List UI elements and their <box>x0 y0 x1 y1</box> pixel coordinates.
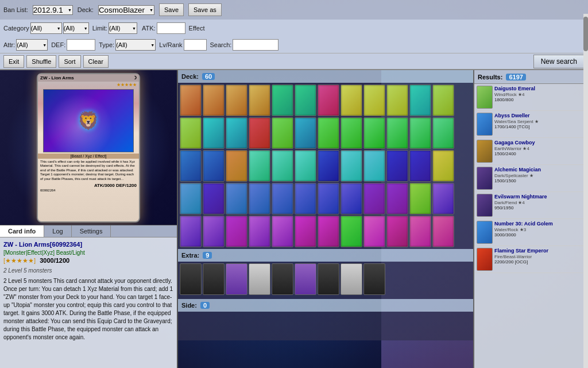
deck-card[interactable] <box>341 183 362 214</box>
deck-card[interactable] <box>386 117 408 149</box>
limit-select-wrap: (All)ForbiddenLimitedSemi-Limited <box>109 22 137 34</box>
deck-card[interactable] <box>386 183 408 214</box>
deck-label: Deck: <box>78 6 94 13</box>
extra-deck-card[interactable] <box>180 263 202 295</box>
deck-card[interactable] <box>386 85 408 116</box>
deck-card[interactable] <box>409 117 431 149</box>
deck-card[interactable] <box>318 183 339 214</box>
banlist-select[interactable]: 2012.9.1 2012.3.1 2011.9.1 <box>33 5 73 15</box>
deck-card[interactable] <box>409 183 431 214</box>
deck-card[interactable] <box>272 183 293 214</box>
deck-card[interactable] <box>295 183 316 214</box>
extra-deck-card[interactable] <box>341 263 362 295</box>
deck-card[interactable] <box>363 216 385 247</box>
deck-card[interactable] <box>226 150 247 182</box>
def-input[interactable] <box>67 39 95 51</box>
extra-deck-card[interactable] <box>272 263 293 295</box>
deck-card[interactable] <box>386 216 408 247</box>
deck-card[interactable] <box>432 117 454 149</box>
deck-card[interactable] <box>203 183 225 214</box>
deck-card[interactable] <box>363 183 385 214</box>
deck-card[interactable] <box>341 117 362 149</box>
deck-card[interactable] <box>341 85 362 116</box>
extra-deck-card[interactable] <box>249 263 270 295</box>
category-all-select[interactable]: (All) <box>63 22 89 34</box>
category-select[interactable]: (All)MonsterSpellTrap <box>30 22 62 34</box>
new-search-button[interactable]: New search <box>533 55 585 68</box>
extra-deck-card[interactable] <box>295 263 316 295</box>
deck-card[interactable] <box>249 117 270 149</box>
limit-select[interactable]: (All)ForbiddenLimitedSemi-Limited <box>109 22 137 34</box>
deck-card[interactable] <box>318 117 339 149</box>
deck-card[interactable] <box>409 150 431 182</box>
deck-card[interactable] <box>203 117 225 149</box>
result-item[interactable]: Gagaga CowboyEarth/Warrior ★41500/2400 <box>474 138 588 165</box>
deck-card[interactable] <box>409 216 431 247</box>
deck-card[interactable] <box>180 117 202 149</box>
deck-card[interactable] <box>341 150 362 182</box>
deck-card[interactable] <box>341 216 362 247</box>
deck-card[interactable] <box>432 216 454 247</box>
clear-button[interactable]: Clear <box>83 55 109 68</box>
deck-card[interactable] <box>295 85 316 116</box>
result-item[interactable]: Flaming Star EmperorFire/Beast-Warrior 2… <box>474 246 588 273</box>
tab-log[interactable]: Log <box>44 225 71 237</box>
deck-card[interactable] <box>226 85 247 116</box>
deck-card[interactable] <box>180 183 202 214</box>
deck-card[interactable] <box>203 85 225 116</box>
sort-button[interactable]: Sort <box>59 55 80 68</box>
deck-card[interactable] <box>272 85 293 116</box>
result-item[interactable]: Alchemic MagicianDark/Spellcaster ★1500/… <box>474 165 588 192</box>
deck-card[interactable] <box>363 117 385 149</box>
extra-deck-card[interactable] <box>363 263 385 295</box>
deck-card[interactable] <box>409 85 431 116</box>
deck-card[interactable] <box>203 216 225 247</box>
deck-card[interactable] <box>226 216 247 247</box>
result-item[interactable]: Evilswarm NightmareDark/Fiend ★4950/1950 <box>474 192 588 219</box>
tab-settings[interactable]: Settings <box>72 225 111 237</box>
deck-card[interactable] <box>363 85 385 116</box>
exit-button[interactable]: Exit <box>3 55 24 68</box>
type-select[interactable]: (All)WarriorSpellcasterDragon <box>115 39 156 51</box>
atk-input[interactable] <box>157 22 185 34</box>
deck-card[interactable] <box>318 85 339 116</box>
deck-card[interactable] <box>295 216 316 247</box>
deck-card[interactable] <box>363 150 385 182</box>
deck-card[interactable] <box>226 183 247 214</box>
deck-card[interactable] <box>249 183 270 214</box>
extra-deck-card[interactable] <box>318 263 339 295</box>
saveas-button[interactable]: Save as <box>188 3 222 16</box>
deck-card[interactable] <box>180 85 202 116</box>
lvrank-input[interactable] <box>184 39 207 51</box>
deck-card[interactable] <box>203 150 225 182</box>
deck-card[interactable] <box>318 150 339 182</box>
tab-card-info[interactable]: Card info <box>0 225 44 237</box>
deck-card[interactable] <box>180 216 202 247</box>
deck-card[interactable] <box>295 150 316 182</box>
shuffle-button[interactable]: Shuffle <box>26 55 56 68</box>
deck-select[interactable]: CosmoBlazer New Deck <box>98 5 154 15</box>
extra-deck-card[interactable] <box>226 263 247 295</box>
deck-card[interactable] <box>386 150 408 182</box>
deck-card[interactable] <box>249 85 270 116</box>
deck-card[interactable] <box>272 216 293 247</box>
deck-card[interactable] <box>249 216 270 247</box>
deck-card[interactable] <box>432 183 454 214</box>
deck-card[interactable] <box>272 150 293 182</box>
extra-deck-card[interactable] <box>203 263 225 295</box>
attr-select[interactable]: (All)DarkLightEarthWaterFireWind <box>16 39 48 51</box>
result-item[interactable]: Abyss DwellerWater/Sea Serpent ★1700/140… <box>474 111 588 138</box>
save-button[interactable]: Save <box>159 3 184 16</box>
deck-card[interactable] <box>432 85 454 116</box>
deck-card[interactable] <box>272 117 293 149</box>
side-count: 0 <box>200 302 210 309</box>
result-item[interactable]: Daigusto EmeralWind/Rock ★41800/800 <box>474 84 588 111</box>
deck-card[interactable] <box>226 117 247 149</box>
deck-card[interactable] <box>432 150 454 182</box>
deck-card[interactable] <box>318 216 339 247</box>
deck-card[interactable] <box>295 117 316 149</box>
search-input[interactable] <box>233 39 278 51</box>
result-item[interactable]: Number 30: Acid GolemWater/Rock ★33000/3… <box>474 219 588 246</box>
deck-card[interactable] <box>180 150 202 182</box>
deck-card[interactable] <box>249 150 270 182</box>
